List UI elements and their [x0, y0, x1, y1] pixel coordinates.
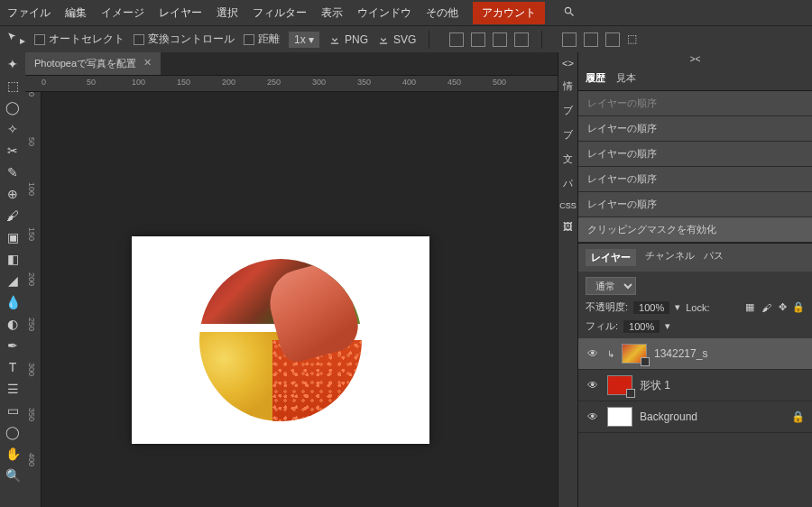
- distance-label: 距離: [258, 32, 280, 47]
- lasso-tool[interactable]: ◯: [4, 99, 22, 115]
- zoom-select[interactable]: 1x ▾: [289, 32, 319, 48]
- layer-thumbnail[interactable]: [607, 407, 632, 427]
- layer-thumbnail[interactable]: [622, 344, 647, 364]
- ruler-horizontal: 0 50 100 150 200 250 300 350 400 450 500: [25, 76, 558, 92]
- menu-file[interactable]: ファイル: [7, 5, 51, 21]
- close-icon[interactable]: ✕: [143, 57, 152, 70]
- distance-checkbox[interactable]: 距離: [244, 32, 280, 47]
- dist-4-icon[interactable]: ⬚: [627, 32, 641, 47]
- layer-name[interactable]: 形状 1: [640, 378, 670, 393]
- history-item[interactable]: レイヤーの順序: [578, 192, 812, 217]
- history-item[interactable]: レイヤーの順序: [578, 167, 812, 192]
- align-right-icon[interactable]: [493, 32, 507, 47]
- canvas[interactable]: [132, 236, 429, 444]
- heal-tool[interactable]: ⊕: [4, 186, 22, 202]
- history-item[interactable]: レイヤーの順序: [578, 91, 812, 116]
- history-item[interactable]: レイヤーの順序: [578, 116, 812, 142]
- canvas-area[interactable]: [42, 92, 558, 507]
- layer-row[interactable]: 👁 ↳ 1342217_s: [578, 338, 812, 370]
- history-item[interactable]: クリッピングマスクを有効化: [578, 217, 812, 243]
- sidecol-text[interactable]: 文: [563, 152, 573, 166]
- lock-label: Lock:: [686, 302, 709, 313]
- path-tool[interactable]: ☰: [4, 381, 22, 397]
- pen-tool[interactable]: ✒: [4, 337, 22, 354]
- visibility-icon[interactable]: 👁: [586, 347, 600, 360]
- visibility-icon[interactable]: 👁: [586, 379, 600, 392]
- align-top-icon[interactable]: [514, 32, 529, 47]
- tab-paths[interactable]: パス: [704, 249, 724, 266]
- hand-tool[interactable]: ✋: [4, 446, 22, 462]
- sidecol-image-icon[interactable]: 🖼: [563, 221, 573, 232]
- wand-tool[interactable]: ✧: [4, 121, 22, 137]
- lock-transparency-icon[interactable]: ▦: [743, 301, 756, 314]
- layer-panel-tabs: レイヤー チャンネル パス: [578, 243, 812, 272]
- blend-mode-select[interactable]: 通常: [586, 277, 636, 295]
- history-item[interactable]: レイヤーの順序: [578, 142, 812, 167]
- move-tool[interactable]: ✦: [4, 56, 22, 72]
- menu-view[interactable]: 表示: [321, 5, 343, 21]
- zoom-tool[interactable]: 🔍: [4, 467, 22, 484]
- menu-filter[interactable]: フィルター: [253, 5, 307, 21]
- tab-title: Photopeaで写真を配置: [34, 57, 136, 70]
- panel-collapse[interactable]: ><: [578, 52, 812, 66]
- document-tab[interactable]: Photopeaで写真を配置 ✕: [25, 52, 161, 75]
- sidecol-para[interactable]: パ: [563, 177, 573, 190]
- brush-tool[interactable]: 🖌: [4, 207, 22, 224]
- menu-window[interactable]: ウインドウ: [357, 5, 411, 21]
- transform-checkbox[interactable]: 変換コントロール: [134, 32, 235, 47]
- text-tool[interactable]: T: [4, 359, 22, 375]
- tab-channels[interactable]: チャンネル: [645, 249, 695, 266]
- layer-name[interactable]: Background: [640, 410, 697, 423]
- gradient-tool[interactable]: ◢: [4, 272, 22, 289]
- tab-swatches[interactable]: 見本: [616, 71, 636, 85]
- opacity-dropdown-icon[interactable]: ▾: [675, 301, 680, 313]
- opacity-value[interactable]: 100%: [633, 301, 669, 314]
- align-left-icon[interactable]: [449, 32, 464, 47]
- menu-image[interactable]: イメージ: [101, 5, 144, 21]
- sidecol-brush2[interactable]: ブ: [563, 128, 573, 142]
- marquee-tool[interactable]: ⬚: [4, 78, 22, 94]
- sidecol-expand[interactable]: <>: [562, 58, 574, 69]
- clipped-image[interactable]: [199, 259, 362, 421]
- fill-value[interactable]: 100%: [623, 320, 660, 333]
- sidecol-css[interactable]: CSS: [559, 201, 577, 210]
- dist-3-icon[interactable]: [605, 32, 620, 47]
- stamp-tool[interactable]: ▣: [4, 229, 22, 245]
- dist-2-icon[interactable]: [584, 32, 598, 47]
- lock-paint-icon[interactable]: 🖌: [760, 301, 772, 314]
- lock-position-icon[interactable]: ✥: [776, 301, 789, 314]
- menu-account[interactable]: アカウント: [473, 2, 545, 24]
- tab-history[interactable]: 履歴: [586, 71, 605, 85]
- menu-select[interactable]: 選択: [217, 5, 238, 21]
- menu-other[interactable]: その他: [426, 5, 458, 21]
- autoselect-label: オートセレクト: [49, 32, 125, 47]
- search-icon[interactable]: [563, 5, 576, 21]
- layer-row[interactable]: 👁 形状 1: [578, 370, 812, 401]
- export-png[interactable]: PNG: [328, 33, 368, 46]
- ellipse-tool[interactable]: ◯: [4, 424, 22, 440]
- menu-edit[interactable]: 編集: [65, 5, 87, 21]
- crop-tool[interactable]: ✂: [4, 143, 22, 159]
- lock-all-icon[interactable]: 🔒: [792, 301, 805, 314]
- sidecol-brush[interactable]: ブ: [563, 104, 573, 117]
- export-svg[interactable]: SVG: [377, 33, 416, 46]
- blur-tool[interactable]: 💧: [4, 294, 22, 310]
- align-icons: [449, 32, 529, 47]
- dodge-tool[interactable]: ◐: [4, 316, 22, 332]
- eyedropper-tool[interactable]: ✎: [4, 164, 22, 180]
- dist-1-icon[interactable]: [562, 32, 577, 47]
- shape-tool[interactable]: ▭: [4, 402, 22, 419]
- layer-row[interactable]: 👁 Background 🔒: [578, 401, 812, 433]
- tab-layers[interactable]: レイヤー: [586, 249, 636, 266]
- fill-dropdown-icon[interactable]: ▾: [665, 320, 670, 332]
- menu-layer[interactable]: レイヤー: [159, 5, 202, 21]
- move-tool-icon[interactable]: ▸: [7, 32, 25, 47]
- layer-name[interactable]: 1342217_s: [654, 347, 707, 360]
- visibility-icon[interactable]: 👁: [586, 410, 600, 423]
- layer-thumbnail[interactable]: [607, 375, 632, 395]
- lock-icon[interactable]: 🔒: [791, 410, 805, 423]
- align-center-icon[interactable]: [471, 32, 485, 47]
- sidecol-info[interactable]: 情: [563, 79, 573, 93]
- autoselect-checkbox[interactable]: オートセレクト: [34, 32, 125, 47]
- eraser-tool[interactable]: ◧: [4, 251, 22, 267]
